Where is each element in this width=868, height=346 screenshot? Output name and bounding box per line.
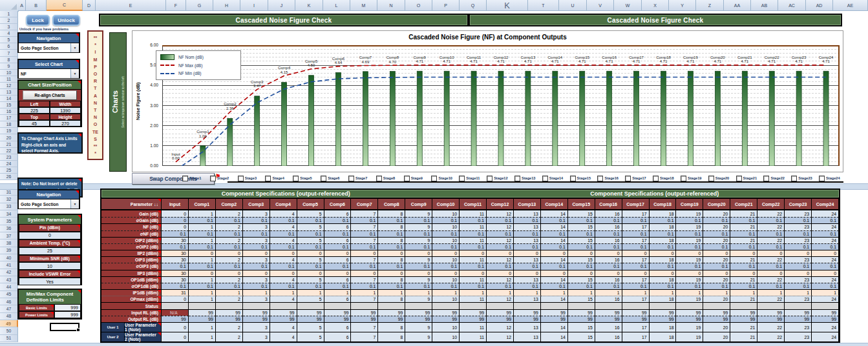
chevron-down-icon[interactable]: ▼ (70, 43, 79, 52)
column-header[interactable]: A (18, 0, 26, 11)
table-cell[interactable]: 0.1 (568, 230, 595, 237)
table-cell[interactable]: 99 (432, 309, 460, 316)
table-cell[interactable] (243, 302, 270, 309)
table-cell[interactable]: 15 (568, 210, 595, 217)
table-cell[interactable]: 18 (650, 276, 677, 283)
table-cell[interactable]: 18 (650, 210, 677, 217)
table-cell[interactable]: 23 (785, 223, 812, 230)
table-cell[interactable]: 0 (785, 250, 812, 256)
table-cell[interactable]: 0.1 (650, 230, 677, 237)
table-cell[interactable]: 0.1 (270, 243, 297, 250)
table-cell[interactable] (568, 302, 595, 309)
table-cell[interactable]: 15 (568, 296, 595, 302)
table-cell[interactable]: 99 (162, 316, 189, 322)
table-cell[interactable] (676, 302, 703, 309)
table-cell[interactable]: 11 (460, 223, 487, 230)
row-header[interactable]: 9 (0, 63, 18, 70)
table-cell[interactable] (595, 302, 622, 309)
column-header[interactable]: T (528, 0, 559, 11)
row-header[interactable]: 13 (0, 89, 18, 96)
table-cell[interactable]: 0.1 (378, 243, 405, 250)
column-header[interactable]: C (47, 0, 83, 11)
table-cell[interactable]: 0.1 (432, 243, 460, 250)
stage-checkbox[interactable] (459, 176, 465, 181)
table-cell[interactable]: 1 (189, 322, 216, 332)
table-cell[interactable]: 1 (216, 289, 243, 296)
table-cell[interactable]: 17 (622, 256, 650, 263)
table-cell[interactable] (622, 302, 650, 309)
table-cell[interactable]: 15 (568, 332, 595, 341)
row-header[interactable]: 4 (0, 30, 18, 37)
table-cell[interactable]: 0.1 (297, 283, 324, 289)
table-cell[interactable]: 0.1 (405, 243, 432, 250)
table-cell[interactable]: 0 (757, 270, 785, 276)
table-cell[interactable]: 0 (189, 270, 216, 276)
table-cell[interactable]: 99 (703, 309, 730, 316)
table-cell[interactable]: 0.1 (324, 217, 352, 223)
table-cell[interactable] (757, 302, 785, 309)
column-header[interactable]: AD (806, 0, 833, 11)
table-cell[interactable]: 0 (216, 270, 243, 276)
table-cell[interactable]: 0.1 (243, 283, 270, 289)
column-header[interactable]: AC (778, 0, 806, 11)
select-chart-dropdown[interactable]: NF ▼ (19, 68, 79, 78)
table-cell[interactable]: 9 (405, 322, 432, 332)
row-header[interactable]: 36 (0, 225, 18, 232)
table-cell[interactable]: 1 (703, 289, 730, 296)
table-cell[interactable]: 2 (216, 332, 243, 341)
table-cell[interactable]: 0 (460, 250, 487, 256)
row-header[interactable]: 22 (0, 148, 18, 154)
table-cell[interactable]: 5 (297, 276, 324, 283)
table-cell[interactable]: 0.1 (595, 230, 622, 237)
table-cell[interactable]: 0.1 (785, 217, 812, 223)
top-value[interactable]: 45 (19, 120, 50, 127)
table-cell[interactable]: 0.1 (378, 283, 405, 289)
chevron-down-icon[interactable]: ▼ (70, 199, 79, 209)
stage-checkbox[interactable] (293, 176, 299, 181)
table-cell[interactable]: 0 (785, 270, 812, 276)
row-header[interactable]: 15 (0, 102, 18, 108)
table-cell[interactable]: 1 (405, 289, 432, 296)
unlock-button[interactable]: Unlock (52, 15, 80, 26)
table-cell[interactable]: 0 (676, 250, 703, 256)
stage-checkbox[interactable] (625, 176, 631, 181)
table-cell[interactable]: 99 (270, 316, 297, 322)
table-cell[interactable]: 0 (378, 270, 405, 276)
table-cell[interactable]: 24 (812, 223, 839, 230)
table-cell[interactable]: 6 (324, 223, 352, 230)
table-cell[interactable]: 1 (514, 289, 541, 296)
table-cell[interactable]: 0 (351, 270, 378, 276)
stage-checkbox[interactable] (708, 176, 714, 181)
table-cell[interactable]: 13 (514, 256, 541, 263)
table-cell[interactable]: 0.1 (216, 243, 243, 250)
column-header[interactable]: X (642, 0, 669, 11)
table-cell[interactable]: 0.1 (568, 263, 595, 269)
table-cell[interactable]: 0.1 (595, 283, 622, 289)
table-cell[interactable]: 30 (162, 237, 189, 243)
table-cell[interactable]: 0.1 (622, 263, 650, 269)
table-cell[interactable]: 0.1 (324, 283, 352, 289)
table-cell[interactable]: 0.1 (541, 217, 568, 223)
table-cell[interactable]: 0.1 (351, 243, 378, 250)
row-header[interactable]: 35 (0, 218, 18, 225)
table-cell[interactable]: 0 (541, 250, 568, 256)
table-cell[interactable]: 17 (622, 223, 650, 230)
table-cell[interactable]: 99 (487, 316, 514, 322)
table-cell[interactable]: 0.1 (460, 283, 487, 289)
column-header[interactable]: AB (751, 0, 778, 11)
table-cell[interactable]: 14 (541, 276, 568, 283)
table-cell[interactable]: 0 (730, 270, 757, 276)
table-cell[interactable]: 18 (650, 256, 677, 263)
table-cell[interactable] (460, 302, 487, 309)
table-cell[interactable]: 13 (514, 332, 541, 341)
stage-checkbox[interactable] (597, 176, 603, 181)
table-cell[interactable]: 0.1 (785, 263, 812, 269)
row-header[interactable]: 41 (0, 261, 18, 269)
table-cell[interactable]: 12 (487, 223, 514, 230)
table-cell[interactable]: 0 (595, 270, 622, 276)
row-header[interactable]: 19 (0, 128, 18, 134)
table-cell[interactable]: 18 (650, 223, 677, 230)
table-cell[interactable]: 2 (216, 276, 243, 283)
table-cell[interactable] (514, 302, 541, 309)
table-cell[interactable]: 8 (378, 210, 405, 217)
